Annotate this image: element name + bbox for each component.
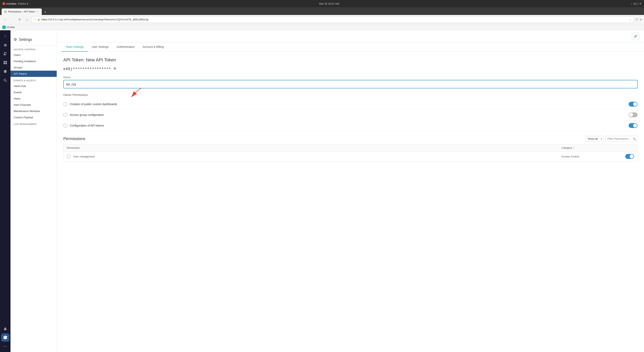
token-display: e48j**************** 👁 (63, 67, 638, 71)
activities-label: Activities (6, 2, 16, 5)
filter-input-wrapper: 🔍 (605, 136, 638, 142)
sidebar-item-alerts-hub[interactable]: Alerts Hub (10, 83, 57, 89)
permission-info-icon-2[interactable]: i (63, 124, 67, 128)
settings-gear-icon: ⚙ (14, 37, 17, 42)
show-all-wrapper: Show all ▾ (586, 136, 604, 142)
sidebar-icon-users[interactable] (1, 50, 9, 58)
tab-favicon (4, 10, 7, 13)
sidebar-icon-more[interactable]: ••• (1, 342, 9, 350)
svg-rect-2 (4, 61, 5, 62)
address-bar-right: 🛡 ≡ (636, 18, 642, 21)
refresh-button[interactable]: ↻ (17, 17, 22, 23)
sort-icon[interactable]: ↑ (573, 146, 574, 149)
svg-rect-4 (4, 63, 5, 64)
sidebar-icon-home[interactable]: ⌂ (1, 32, 9, 40)
access-control-section-label: ACCESS CONTROL (10, 46, 57, 52)
permission-toggle-2[interactable] (629, 123, 638, 128)
titlebar-right: ⋮ ⊟ ◻ ✕ (630, 2, 642, 5)
titlebar-controls: ⋮ ⊟ ◻ ✕ (630, 2, 642, 5)
vcenter-label: vCenter (6, 26, 15, 29)
permissions-controls: Show all ▾ 🔍 (586, 136, 638, 142)
tab-user-settings[interactable]: User Settings (88, 42, 113, 52)
token-value: e48j**************** (63, 67, 111, 71)
new-tab-button[interactable]: + (42, 9, 48, 15)
titlebar-left: Activities Firefox ▾ (2, 2, 28, 5)
permission-row-1: i Access group configuration (63, 110, 638, 120)
activities-icon (2, 2, 5, 5)
permission-row-2: i Configuration of API tokens (63, 120, 638, 131)
sidebar-item-pending-invitations[interactable]: Pending Invitations (10, 58, 57, 64)
table-row: i User management Access Control (64, 152, 637, 161)
firefox-button[interactable]: Firefox ▾ (18, 2, 28, 5)
bookmarks-bar: V vCenter (0, 24, 644, 30)
permissions-title: Permissions (63, 136, 85, 141)
sidebar-item-maintenance-windows[interactable]: Maintenance Windows (10, 108, 57, 114)
table-row-info-icon[interactable]: i (67, 154, 71, 158)
events-alerts-section-label: EVENTS & ALERTS (10, 77, 57, 83)
sidebar-icon-layers[interactable] (1, 67, 9, 76)
tab-account-billing[interactable]: Account & Billing (139, 42, 168, 52)
permission-name-1: Access group configuration (70, 113, 629, 117)
sidebar-item-api-tokens[interactable]: API Tokens (10, 71, 57, 77)
menu-icon[interactable]: ≡ (640, 18, 642, 21)
svg-point-1 (6, 52, 7, 53)
permission-toggle-0[interactable] (629, 102, 638, 107)
sidebar-item-alerts[interactable]: Alerts (10, 96, 57, 102)
tab-title: Permissions – API Token (8, 10, 35, 13)
permission-toggle-1[interactable] (629, 112, 638, 117)
sidebar-icon-dashboard[interactable]: ▦ (1, 41, 9, 49)
permission-row-0: i Creation of public custom dashboards (63, 99, 638, 110)
permission-info-icon-1[interactable]: i (63, 113, 67, 117)
bookmark-star-icon[interactable]: ☆ (629, 18, 632, 21)
owner-permissions-label: Owner Permissions (63, 93, 638, 97)
url-bar[interactable]: 🛡 🔒 https://10.0.0.2.nip.io/#/config/tea… (32, 16, 634, 23)
tab-close-button[interactable]: × (36, 10, 39, 13)
permissions-section: Permissions Show all ▾ 🔍 (63, 136, 638, 161)
log-management-section-label: LOG MANAGEMENT (10, 121, 57, 127)
sidebar-item-groups[interactable]: Groups (10, 64, 57, 71)
svg-rect-3 (6, 61, 7, 62)
api-token-content: API Token: New API Token e48j***********… (57, 52, 644, 167)
forward-button[interactable]: → (10, 17, 15, 23)
permissions-header: Permissions Show all ▾ 🔍 (63, 136, 638, 142)
sidebar-icon-alert[interactable] (1, 324, 9, 333)
back-button[interactable]: ← (2, 17, 8, 23)
sidebar-item-alert-channels[interactable]: Alert Channels (10, 102, 57, 108)
settings-header: 🔗 (57, 30, 644, 42)
content-sidebar: ⚙ Settings ACCESS CONTROL Users Pending … (10, 30, 57, 352)
eye-icon[interactable]: 👁 (113, 67, 117, 71)
sidebar-item-users[interactable]: Users (10, 52, 57, 58)
table-row-toggle[interactable] (625, 154, 634, 159)
svg-point-6 (4, 79, 6, 81)
show-all-select[interactable]: Show all (586, 136, 604, 142)
app-container: ⌂ ▦ ••• ⚙ Settings (0, 30, 644, 352)
sidebar-item-events[interactable]: Events (10, 89, 57, 96)
sidebar-icon-settings[interactable] (1, 333, 9, 341)
sidebar-icon-search[interactable] (1, 76, 9, 84)
tab-authentication[interactable]: Authentication (113, 42, 139, 52)
address-bar: ← → ↻ ⌂ 🛡 🔒 https://10.0.0.2.nip.io/#/co… (0, 15, 644, 24)
browser-tab[interactable]: Permissions – API Token × (2, 9, 42, 15)
url-text: https://10.0.0.2.nip.io/#/config/team/ac… (41, 18, 628, 21)
activities-button[interactable]: Activities (2, 2, 16, 5)
security-shield-icon: 🛡 (34, 18, 36, 21)
permissions-table-header: Permission Category ↑ (64, 144, 637, 152)
svg-rect-5 (6, 63, 7, 64)
category-col-header: Category ↑ (562, 146, 622, 149)
firefox-chevron: ▾ (27, 2, 28, 5)
name-input[interactable] (63, 80, 638, 88)
vcenter-bookmark[interactable]: V vCenter (2, 26, 15, 29)
permission-name-2: Configuration of API tokens (70, 124, 629, 127)
permission-info-icon-0[interactable]: i (63, 102, 67, 106)
home-button[interactable]: ⌂ (24, 17, 30, 23)
tab-team-settings[interactable]: Team Settings (62, 42, 88, 52)
vcenter-favicon: V (2, 26, 6, 29)
table-row-category: Access Control (562, 155, 622, 158)
link-icon-button[interactable]: 🔗 (632, 33, 639, 40)
sidebar-item-custom-payload[interactable]: Custom Payload (10, 114, 57, 121)
table-row-permission-name: User management (73, 155, 562, 158)
icon-sidebar: ⌂ ▦ ••• (0, 30, 10, 352)
firefox-label: Firefox (18, 2, 26, 5)
sidebar-icon-integrations[interactable] (1, 59, 9, 67)
shield-icon: 🛡 (636, 18, 638, 21)
